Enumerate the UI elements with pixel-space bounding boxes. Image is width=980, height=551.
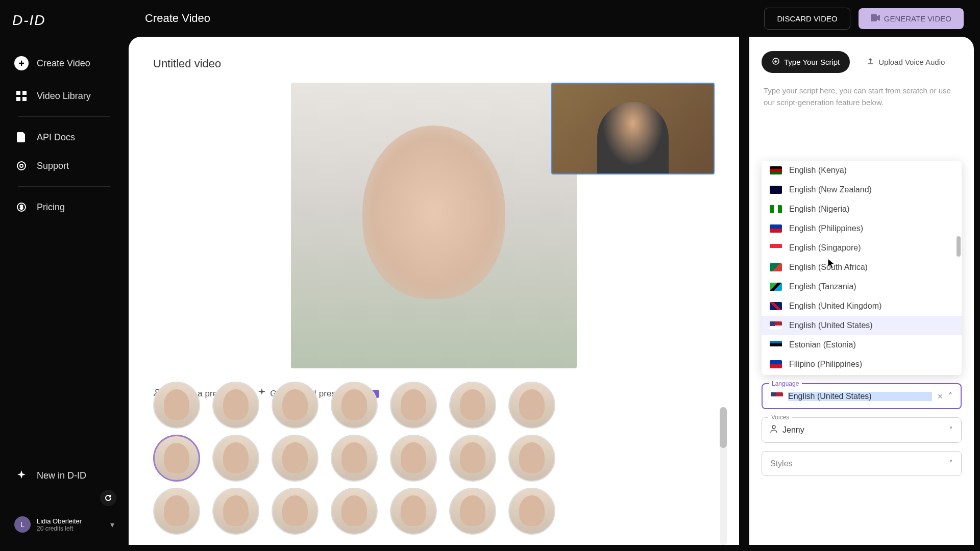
language-option[interactable]: Filipino (Philippines) — [762, 355, 962, 374]
svg-rect-2 — [16, 97, 20, 101]
content: Untitled video Choose a presenter Genera… — [129, 37, 980, 551]
divider — [18, 186, 110, 187]
user-avatar: L — [14, 516, 31, 533]
avatar-option[interactable] — [508, 382, 555, 429]
avatar-option-selected[interactable] — [153, 435, 200, 482]
avatar-option[interactable] — [212, 382, 259, 429]
script-textarea[interactable]: Type your script here, you can start fro… — [762, 81, 962, 153]
avatar-option[interactable] — [449, 382, 496, 429]
option-label: Estonian (Estonia) — [789, 340, 856, 349]
avatar-option[interactable] — [272, 382, 318, 429]
webcam-overlay[interactable] — [551, 83, 715, 174]
user-credits: 20 credits left — [37, 525, 104, 532]
plus-circle-icon — [772, 57, 780, 67]
svg-rect-0 — [16, 91, 20, 95]
grid-icon — [14, 89, 29, 103]
flag-icon — [770, 302, 782, 310]
styles-select[interactable]: Styles ˅ — [762, 451, 962, 476]
nav-api-docs[interactable]: API Docs — [6, 123, 122, 152]
chevron-up-icon[interactable]: ˄ — [948, 391, 952, 401]
refresh-button[interactable] — [100, 490, 116, 506]
nav-label: Create Video — [37, 58, 90, 69]
language-option[interactable]: English (Philippines) — [762, 219, 962, 238]
svg-text:$: $ — [20, 205, 23, 210]
avatar-option[interactable] — [331, 382, 378, 429]
flag-icon — [770, 321, 782, 330]
nav-support[interactable]: Support — [6, 152, 122, 180]
avatar-option[interactable] — [272, 488, 318, 535]
language-select[interactable]: Language English (United States) ✕ ˄ — [762, 383, 962, 409]
voices-select[interactable]: Voices Jenny ˅ — [762, 417, 962, 443]
avatar-option[interactable] — [390, 435, 437, 482]
select-placeholder: Styles — [770, 459, 944, 468]
avatar-option[interactable] — [449, 488, 496, 535]
chevron-down-icon[interactable]: ˅ — [949, 425, 953, 435]
page-title: Create Video — [145, 12, 756, 25]
flag-icon — [771, 392, 783, 400]
flag-icon — [770, 360, 782, 368]
avatar-scrollbar[interactable] — [720, 407, 727, 545]
avatar-option[interactable] — [212, 435, 259, 482]
option-label: English (New Zealand) — [789, 185, 872, 194]
dropdown-scrollbar[interactable] — [957, 163, 961, 373]
avatar-option[interactable] — [449, 435, 496, 482]
person-icon — [770, 425, 777, 435]
avatar-option[interactable] — [390, 382, 437, 429]
script-panel: Type Your Script Upload Voice Audio Type… — [749, 37, 974, 545]
option-label: English (United Kingdom) — [789, 302, 881, 311]
language-option[interactable]: English (New Zealand) — [762, 180, 962, 199]
option-label: English (South Africa) — [789, 263, 868, 272]
select-value: English (United States) — [788, 392, 932, 401]
svg-rect-8 — [871, 14, 877, 21]
avatar-option[interactable] — [508, 488, 555, 535]
avatar-option[interactable] — [331, 435, 378, 482]
flag-icon — [770, 263, 782, 271]
flag-icon — [770, 186, 782, 194]
flag-icon — [770, 166, 782, 174]
sparkle-icon — [258, 388, 266, 399]
presenter-preview — [153, 83, 715, 380]
avatar-option[interactable] — [153, 488, 200, 535]
life-ring-icon — [14, 159, 29, 173]
avatar-option[interactable] — [212, 488, 259, 535]
upload-icon — [866, 57, 874, 67]
clear-icon[interactable]: ✕ — [937, 392, 943, 400]
video-icon — [871, 14, 880, 23]
flag-icon — [770, 341, 782, 349]
generate-button[interactable]: GENERATE VIDEO — [859, 8, 964, 29]
user-menu[interactable]: L Lidia Oberleiter 20 credits left ▾ — [6, 510, 122, 539]
generate-label: GENERATE VIDEO — [884, 14, 951, 23]
nav-create-video[interactable]: + Create Video — [6, 49, 122, 78]
video-title-input[interactable]: Untitled video — [153, 57, 715, 70]
tab-type-script[interactable]: Type Your Script — [762, 51, 850, 73]
avatar-option[interactable] — [272, 435, 318, 482]
avatar-option[interactable] — [331, 488, 378, 535]
nav-whats-new[interactable]: New in D-ID — [6, 461, 122, 490]
language-option[interactable]: English (Tanzania) — [762, 277, 962, 296]
tab-upload-audio[interactable]: Upload Voice Audio — [856, 51, 955, 73]
doc-icon — [14, 130, 29, 144]
language-option-selected[interactable]: English (United States) — [762, 316, 962, 335]
language-option[interactable]: English (Kenya) — [762, 161, 962, 180]
svg-rect-3 — [22, 97, 27, 101]
language-dropdown-list[interactable]: English (Kenya) English (New Zealand) En… — [762, 161, 962, 375]
avatar-option[interactable] — [153, 382, 200, 429]
svg-point-11 — [772, 425, 775, 429]
nav-pricing[interactable]: $ Pricing — [6, 193, 122, 221]
language-option[interactable]: English (Nigeria) — [762, 199, 962, 219]
chevron-down-icon[interactable]: ˅ — [949, 459, 953, 468]
select-label: Voices — [768, 414, 792, 421]
language-option[interactable]: English (Singapore) — [762, 238, 962, 258]
nav-video-library[interactable]: Video Library — [6, 82, 122, 110]
language-option[interactable]: Finnish (Finland) — [762, 374, 962, 375]
nav-label: Support — [37, 161, 69, 171]
avatar-option[interactable] — [508, 435, 555, 482]
language-option[interactable]: English (South Africa) — [762, 258, 962, 277]
option-label: English (Philippines) — [789, 224, 863, 233]
avatar-option[interactable] — [390, 488, 437, 535]
language-option[interactable]: English (United Kingdom) — [762, 296, 962, 316]
language-option[interactable]: Estonian (Estonia) — [762, 335, 962, 355]
canvas-area: Untitled video Choose a presenter Genera… — [129, 37, 739, 545]
svg-rect-1 — [22, 91, 27, 95]
discard-button[interactable]: DISCARD VIDEO — [764, 8, 850, 30]
